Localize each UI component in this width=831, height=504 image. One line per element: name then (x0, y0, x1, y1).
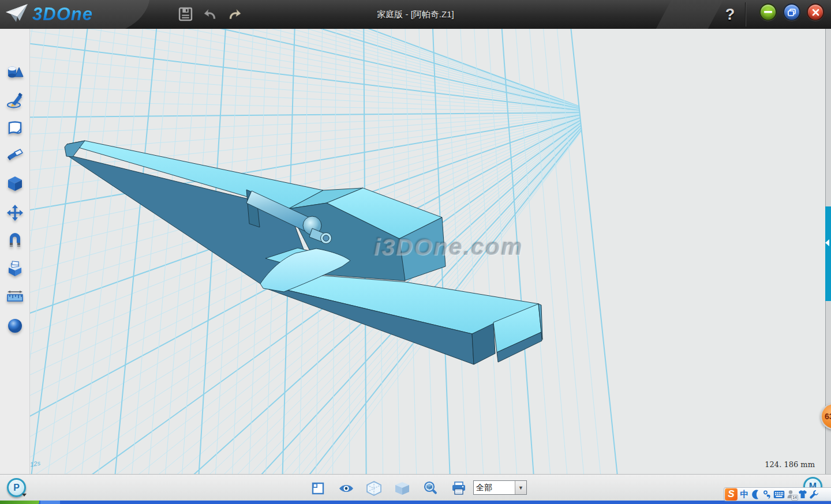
redo-button[interactable] (225, 5, 242, 23)
titlebar-divider (746, 2, 746, 27)
wireframe-display-button[interactable] (364, 479, 384, 498)
user-level-badge: 14 (791, 495, 798, 501)
visibility-eye-button[interactable] (336, 479, 357, 498)
app-logo: 3DOne (5, 1, 93, 28)
paper-plane-icon (5, 3, 29, 26)
sidebar-item-snap-magnet[interactable] (6, 232, 24, 252)
sidebar-item-material-render[interactable] (6, 317, 24, 337)
restore-button[interactable] (783, 3, 800, 21)
app-logo-text: 3DOne (32, 4, 93, 25)
plugin-p-caret[interactable] (22, 494, 27, 497)
os-quicklaunch-sliver (40, 501, 60, 504)
settings-wrench-icon[interactable] (810, 488, 819, 501)
zoom-search-button[interactable] (420, 479, 441, 498)
soft-keyboard-icon[interactable] (773, 488, 785, 501)
watermark: i3DOne.com (353, 234, 544, 261)
punctuation-icon[interactable] (763, 488, 772, 501)
sidebar-item-feature-solid[interactable] (6, 175, 24, 195)
skin-shirt-icon[interactable] (798, 488, 808, 501)
sidebar-item-assembly[interactable] (6, 261, 24, 280)
chinese-mode-icon[interactable]: 中 (739, 488, 750, 501)
close-button[interactable] (807, 3, 824, 21)
os-start-sliver[interactable] (0, 501, 39, 504)
ime-toolbar: S 中 (724, 487, 831, 501)
sidebar-item-sketch[interactable] (6, 92, 24, 112)
sidebar-item-sweep-edit[interactable] (6, 148, 24, 167)
help-button[interactable]: ? (721, 3, 739, 25)
sidebar-item-primitive-solids[interactable] (6, 65, 24, 84)
user-level-icon[interactable]: 14 (787, 488, 796, 501)
save-button[interactable] (177, 5, 194, 23)
titlebar: 3DOne 家庭版 - [阿帕奇.Z1] ? (0, 0, 831, 29)
sidebar-item-basic-edit[interactable] (6, 204, 24, 224)
undo-button[interactable] (202, 5, 219, 23)
perf-badge-value: 63 (825, 412, 831, 421)
chinese-mode-label: 中 (740, 489, 749, 500)
view-plane-button[interactable] (308, 479, 328, 498)
sidebar-item-surface[interactable] (6, 120, 24, 140)
3done-window: 3DOne 家庭版 - [阿帕奇.Z1] ? (0, 0, 831, 504)
minimize-button[interactable] (759, 3, 777, 21)
tool-sidebar (0, 29, 30, 474)
print-button[interactable] (448, 479, 469, 498)
plugin-p-label: P (13, 483, 20, 493)
os-taskbar-sliver (0, 501, 831, 504)
viewport-3d[interactable]: i3DOne.com 12s 124. 186 mm (30, 29, 825, 474)
measurement-readout: 124. 186 mm (751, 460, 815, 469)
collapse-panel-tab[interactable] (825, 206, 831, 301)
titlebar-swoosh-right (653, 0, 726, 29)
fullwidth-moon-icon[interactable] (751, 488, 761, 501)
sogou-logo-letter: S (728, 488, 734, 500)
sidebar-item-dimension[interactable] (6, 289, 24, 309)
bottom-toolbar: P (0, 474, 831, 501)
chevron-left-icon (825, 239, 829, 246)
sogou-logo-icon[interactable]: S (725, 488, 738, 501)
chevron-down-icon[interactable]: ▼ (515, 481, 526, 494)
filter-combobox-value: 全部 (474, 481, 515, 494)
filter-combobox[interactable]: 全部 ▼ (473, 480, 527, 495)
shaded-display-button[interactable] (392, 479, 413, 498)
